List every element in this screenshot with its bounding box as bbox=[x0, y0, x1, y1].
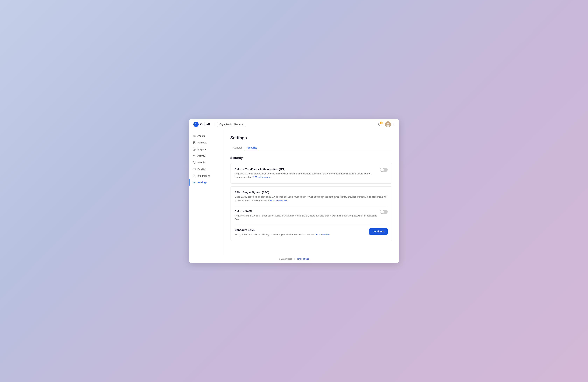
sidebar-label-insights: Insights bbox=[197, 148, 206, 151]
twofa-title: Enforce Two-Factor Authentication (2FA) bbox=[235, 168, 377, 171]
people-icon bbox=[192, 161, 196, 164]
twofa-toggle[interactable] bbox=[380, 168, 388, 172]
sidebar-label-settings: Settings bbox=[197, 181, 207, 184]
sidebar-item-assets[interactable]: Assets bbox=[189, 133, 223, 139]
svg-rect-9 bbox=[194, 143, 195, 144]
svg-point-13 bbox=[194, 175, 195, 176]
tab-bar: General Security bbox=[230, 144, 392, 151]
sidebar-item-people[interactable]: People bbox=[189, 159, 223, 166]
svg-point-10 bbox=[193, 161, 194, 162]
configure-saml-row: Configure SAML Set up SAML SSO with an i… bbox=[235, 225, 388, 236]
twofa-content: Enforce Two-Factor Authentication (2FA) … bbox=[235, 168, 377, 179]
sidebar-label-assets: Assets bbox=[197, 135, 205, 137]
sidebar-item-activity[interactable]: Activity bbox=[189, 153, 223, 159]
enforce-saml-toggle[interactable] bbox=[380, 210, 388, 214]
sidebar-item-settings[interactable]: Settings bbox=[189, 179, 223, 186]
configure-saml-link[interactable]: documentation bbox=[315, 233, 330, 236]
terms-of-use-link[interactable]: Terms of Use bbox=[297, 258, 309, 260]
section-title: Security bbox=[230, 156, 392, 160]
saml-card: SAML Single Sign-on (SSO) Once SAML-base… bbox=[230, 186, 392, 241]
saml-intro-desc-text: Once SAML-based single sign-on (SSO) is … bbox=[235, 196, 387, 202]
layout: Assets Pentests bbox=[189, 130, 399, 255]
credits-icon bbox=[192, 168, 196, 171]
page-title: Settings bbox=[230, 135, 392, 140]
cobalt-logo-icon: C bbox=[193, 122, 199, 127]
twofa-link[interactable]: 2FA enforcement bbox=[253, 176, 270, 179]
svg-point-3 bbox=[387, 123, 389, 125]
main-content: Settings General Security Security Enfor… bbox=[223, 130, 399, 255]
activity-icon bbox=[192, 154, 196, 157]
svg-rect-8 bbox=[194, 141, 195, 142]
svg-text:C: C bbox=[195, 123, 196, 126]
twofa-card: Enforce Two-Factor Authentication (2FA) … bbox=[230, 163, 392, 184]
chevron-down-icon bbox=[242, 123, 244, 125]
enforce-saml-toggle-container bbox=[380, 210, 388, 214]
saml-sso-link[interactable]: SAML-based SSO bbox=[270, 199, 288, 202]
integrations-icon bbox=[192, 174, 196, 178]
topnav: C Cobalt Organisation Name 2 bbox=[189, 119, 399, 130]
notification-button[interactable]: 2 bbox=[377, 121, 383, 128]
configure-saml-desc-text: Set up SAML SSO with an identity provide… bbox=[235, 233, 315, 236]
sidebar-label-integrations: Integrations bbox=[197, 175, 210, 177]
tab-general[interactable]: General bbox=[230, 144, 245, 151]
svg-point-11 bbox=[195, 162, 195, 162]
pentests-icon bbox=[192, 141, 196, 144]
settings-icon bbox=[192, 181, 196, 184]
avatar-chevron-icon bbox=[393, 123, 395, 125]
footer: © 2022 Cobalt | Terms of Use bbox=[189, 255, 399, 263]
twofa-toggle-container bbox=[380, 168, 388, 172]
org-name: Organisation Name bbox=[219, 123, 241, 126]
svg-rect-12 bbox=[193, 168, 195, 170]
copyright-text: © 2022 Cobalt bbox=[279, 258, 292, 260]
twofa-desc: Require 2FA for all organization users w… bbox=[235, 172, 377, 179]
tab-security[interactable]: Security bbox=[245, 144, 260, 151]
logo-text: Cobalt bbox=[200, 123, 210, 126]
svg-point-5 bbox=[195, 136, 195, 137]
svg-rect-7 bbox=[193, 143, 194, 144]
saml-title: SAML Single Sign-on (SSO) bbox=[235, 191, 388, 194]
sidebar-item-pentests[interactable]: Pentests bbox=[189, 139, 223, 146]
sidebar-item-credits[interactable]: Credits bbox=[189, 166, 223, 173]
configure-button-container: Configure bbox=[369, 228, 388, 235]
saml-intro-desc-end: . bbox=[288, 199, 289, 202]
topnav-right: 2 bbox=[377, 121, 395, 128]
svg-point-4 bbox=[386, 125, 390, 127]
sidebar-item-integrations[interactable]: Integrations bbox=[189, 173, 223, 179]
twofa-desc-end: . bbox=[271, 176, 271, 179]
saml-intro-desc: Once SAML-based single sign-on (SSO) is … bbox=[235, 195, 388, 202]
sidebar-label-credits: Credits bbox=[197, 168, 205, 171]
configure-button[interactable]: Configure bbox=[369, 228, 388, 235]
configure-saml-title: Configure SAML bbox=[235, 228, 366, 231]
enforce-saml-content: Enforce SAML Require SAML SSO for all or… bbox=[235, 210, 377, 221]
enforce-saml-title: Enforce SAML bbox=[235, 210, 377, 213]
configure-saml-desc-end: . bbox=[330, 233, 331, 236]
notification-badge: 2 bbox=[380, 122, 382, 124]
sidebar-label-people: People bbox=[197, 161, 205, 164]
nav-divider bbox=[215, 122, 215, 126]
insights-icon bbox=[192, 148, 196, 151]
svg-rect-6 bbox=[193, 141, 194, 142]
avatar[interactable] bbox=[385, 121, 391, 127]
footer-separator: | bbox=[294, 258, 295, 260]
configure-saml-content: Configure SAML Set up SAML SSO with an i… bbox=[235, 228, 366, 236]
assets-icon bbox=[192, 134, 196, 137]
enforce-saml-row: Enforce SAML Require SAML SSO for all or… bbox=[235, 206, 388, 221]
sidebar-label-activity: Activity bbox=[197, 155, 205, 157]
org-selector[interactable]: Organisation Name bbox=[217, 122, 246, 127]
svg-point-14 bbox=[194, 182, 195, 183]
sidebar: Assets Pentests bbox=[189, 130, 223, 255]
enforce-saml-desc: Require SAML SSO for all organization us… bbox=[235, 214, 377, 221]
sidebar-item-insights[interactable]: Insights bbox=[189, 146, 223, 153]
sidebar-label-pentests: Pentests bbox=[197, 141, 207, 144]
configure-saml-desc: Set up SAML SSO with an identity provide… bbox=[235, 233, 366, 236]
avatar-image bbox=[385, 121, 391, 127]
logo[interactable]: C Cobalt bbox=[193, 122, 210, 127]
